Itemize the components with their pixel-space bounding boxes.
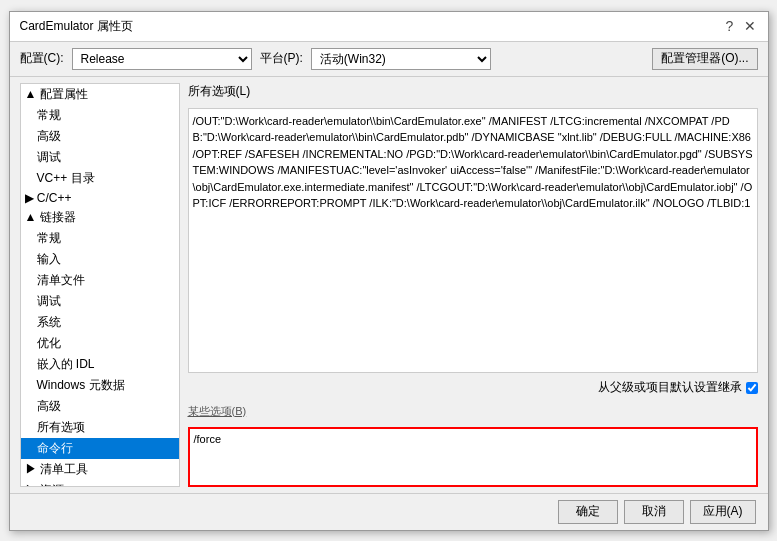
all-options-text: /OUT:"D:\Work\card-reader\emulator\\bin\…: [188, 108, 758, 373]
property-dialog: CardEmulator 属性页 ? ✕ 配置(C): Release 平台(P…: [9, 11, 769, 531]
other-options-label[interactable]: 某些选项(B): [188, 404, 247, 419]
help-button[interactable]: ?: [722, 18, 738, 34]
all-options-label: 所有选项(L): [188, 83, 758, 100]
main-content: ▲ 配置属性常规高级调试VC++ 目录▶ C/C++▲ 链接器常规输入清单文件调…: [10, 77, 768, 493]
tree-item[interactable]: 输入: [21, 249, 179, 270]
tree-item[interactable]: ▲ 配置属性: [21, 84, 179, 105]
tree-item[interactable]: ▶ 资源: [21, 480, 179, 487]
title-bar: CardEmulator 属性页 ? ✕: [10, 12, 768, 42]
tree-item[interactable]: 清单文件: [21, 270, 179, 291]
tree-item[interactable]: 高级: [21, 126, 179, 147]
dialog-title: CardEmulator 属性页: [20, 18, 133, 35]
tree-item[interactable]: 调试: [21, 147, 179, 168]
toolbar: 配置(C): Release 平台(P): 活动(Win32) 配置管理器(O)…: [10, 42, 768, 77]
other-options-value: /force: [194, 433, 222, 445]
cancel-button[interactable]: 取消: [624, 500, 684, 524]
inherit-checkbox[interactable]: [746, 382, 758, 394]
inherit-label: 从父级或项目默认设置继承: [598, 379, 742, 396]
tree-panel: ▲ 配置属性常规高级调试VC++ 目录▶ C/C++▲ 链接器常规输入清单文件调…: [20, 83, 180, 487]
tree-item[interactable]: 命令行: [21, 438, 179, 459]
close-button[interactable]: ✕: [742, 18, 758, 34]
apply-button[interactable]: 应用(A): [690, 500, 756, 524]
tree-item[interactable]: VC++ 目录: [21, 168, 179, 189]
tree-item[interactable]: Windows 元数据: [21, 375, 179, 396]
inherit-row: 从父级或项目默认设置继承: [188, 379, 758, 398]
right-panel: 所有选项(L) /OUT:"D:\Work\card-reader\emulat…: [188, 83, 758, 487]
tree-item[interactable]: 系统: [21, 312, 179, 333]
platform-select[interactable]: 活动(Win32): [311, 48, 491, 70]
tree-item[interactable]: 常规: [21, 228, 179, 249]
manager-button[interactable]: 配置管理器(O)...: [652, 48, 757, 70]
platform-label: 平台(P):: [260, 50, 303, 67]
tree-item[interactable]: 嵌入的 IDL: [21, 354, 179, 375]
tree-item[interactable]: ▶ 清单工具: [21, 459, 179, 480]
tree-item[interactable]: 所有选项: [21, 417, 179, 438]
title-bar-buttons: ? ✕: [722, 18, 758, 34]
footer: 确定 取消 应用(A): [10, 493, 768, 530]
tree-item[interactable]: 调试: [21, 291, 179, 312]
tree-item[interactable]: 常规: [21, 105, 179, 126]
config-select[interactable]: Release: [72, 48, 252, 70]
config-label: 配置(C):: [20, 50, 64, 67]
other-options-text[interactable]: /force: [188, 427, 758, 487]
ok-button[interactable]: 确定: [558, 500, 618, 524]
tree-item[interactable]: ▶ C/C++: [21, 189, 179, 207]
other-header: 某些选项(B): [188, 404, 758, 419]
tree-item[interactable]: 高级: [21, 396, 179, 417]
tree-item[interactable]: 优化: [21, 333, 179, 354]
tree-item[interactable]: ▲ 链接器: [21, 207, 179, 228]
